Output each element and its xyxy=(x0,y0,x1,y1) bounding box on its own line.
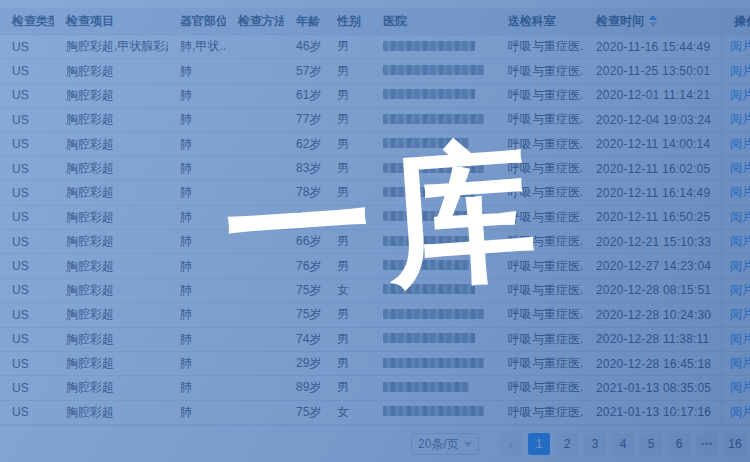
more-pages-icon[interactable]: ••• xyxy=(696,433,718,455)
cell-hospital xyxy=(371,283,496,297)
cell-organ: 肺 xyxy=(168,136,226,153)
view-images-link[interactable]: 阅片 xyxy=(730,184,750,201)
cell-action: 阅片 xyxy=(721,352,750,375)
view-images-link[interactable]: 阅片 xyxy=(730,63,750,80)
study-list-screen: 检查类型 检查项目 器官部位 检查方法 年龄 性别 医院 送检科室 检查时间 操… xyxy=(0,0,750,462)
cell-department: 呼吸与重症医... xyxy=(496,282,584,299)
cell-exam-item: 胸腔彩超 xyxy=(54,379,168,396)
cell-exam-item: 胸腔彩超 xyxy=(54,233,168,250)
cell-exam-time: 2021-01-13 08:35:05 xyxy=(584,381,721,395)
table-row: US 胸腔彩超 肺 77岁 男 呼吸与重症医... 2020-12-04 19:… xyxy=(0,108,750,132)
table-row: US 胸腔彩超 肺 75岁 男 呼吸与重症医... 2020-12-28 10:… xyxy=(0,303,750,327)
cell-action: 阅片 xyxy=(721,84,750,107)
col-header-exam-type: 检查类型 xyxy=(0,13,54,30)
page-size-select[interactable]: 20条/页 xyxy=(411,433,479,455)
cell-action: 阅片 xyxy=(721,230,750,253)
cell-exam-time: 2020-12-01 11:14:21 xyxy=(584,88,721,102)
view-images-link[interactable]: 阅片 xyxy=(730,209,750,226)
sort-caret-down-icon[interactable] xyxy=(649,22,657,27)
cell-organ: 肺 xyxy=(168,111,226,128)
view-images-link[interactable]: 阅片 xyxy=(730,306,750,323)
view-images-link[interactable]: 阅片 xyxy=(730,331,750,348)
cell-action: 阅片 xyxy=(721,376,750,399)
hospital-redacted-bar xyxy=(383,309,484,319)
page-button-last[interactable]: 16 xyxy=(724,433,746,455)
col-header-method: 检查方法 xyxy=(226,13,284,30)
view-images-link[interactable]: 阅片 xyxy=(730,87,750,104)
cell-department: 呼吸与重症医... xyxy=(496,63,584,80)
cell-exam-item: 胸腔彩超 xyxy=(54,331,168,348)
page-button-4[interactable]: 4 xyxy=(612,433,634,455)
view-images-link[interactable]: 阅片 xyxy=(730,233,750,250)
cell-hospital xyxy=(371,357,496,371)
cell-exam-time: 2020-12-11 14:00:14 xyxy=(584,137,721,151)
cell-hospital xyxy=(371,186,496,200)
cell-department: 呼吸与重症医... xyxy=(496,136,584,153)
cell-hospital xyxy=(371,235,496,249)
cell-exam-item: 胸腔彩超 xyxy=(54,209,168,226)
cell-action: 阅片 xyxy=(721,206,750,229)
col-header-organ: 器官部位 xyxy=(168,13,226,30)
cell-exam-item: 胸腔彩超 xyxy=(54,87,168,104)
cell-exam-type: US xyxy=(0,381,54,395)
cell-hospital xyxy=(371,40,496,54)
cell-exam-type: US xyxy=(0,235,54,249)
page-button-6[interactable]: 6 xyxy=(668,433,690,455)
cell-exam-item: 胸腔彩超,甲状腺彩超 xyxy=(54,38,168,55)
table-row: US 胸腔彩超 肺 74岁 男 呼吸与重症医... 2020-12-28 11:… xyxy=(0,328,750,352)
cell-organ: 肺 xyxy=(168,404,226,421)
cell-hospital xyxy=(371,332,496,346)
view-images-link[interactable]: 阅片 xyxy=(730,282,750,299)
cell-gender: 女 xyxy=(325,282,371,299)
cell-age: 89岁 xyxy=(284,379,325,396)
page-button-5[interactable]: 5 xyxy=(640,433,662,455)
chevron-down-icon xyxy=(464,442,472,447)
cell-department: 呼吸与重症医... xyxy=(496,209,584,226)
cell-organ: 肺 xyxy=(168,233,226,250)
cell-department: 呼吸与重症医... xyxy=(496,111,584,128)
view-images-link[interactable]: 阅片 xyxy=(730,136,750,153)
cell-organ: 肺 xyxy=(168,184,226,201)
page-button-3[interactable]: 3 xyxy=(584,433,606,455)
view-images-link[interactable]: 阅片 xyxy=(730,355,750,372)
sort-caret-up-icon[interactable] xyxy=(649,15,657,20)
hospital-redacted-bar xyxy=(383,89,475,99)
cell-hospital xyxy=(371,64,496,78)
cell-age: 75岁 xyxy=(284,404,325,421)
cell-action: 阅片 xyxy=(721,181,750,204)
cell-organ: 肺 xyxy=(168,258,226,275)
view-images-link[interactable]: 阅片 xyxy=(730,38,750,55)
cell-exam-type: US xyxy=(0,162,54,176)
view-images-link[interactable]: 阅片 xyxy=(730,379,750,396)
cell-age: 75岁 xyxy=(284,306,325,323)
cell-action: 阅片 xyxy=(721,35,750,58)
col-header-exam-time-sortable[interactable]: 检查时间 xyxy=(584,13,721,30)
sort-carets[interactable] xyxy=(649,15,657,27)
view-images-link[interactable]: 阅片 xyxy=(730,160,750,177)
cell-exam-type: US xyxy=(0,113,54,127)
col-header-hospital: 医院 xyxy=(371,13,496,30)
cell-department: 呼吸与重症医... xyxy=(496,233,584,250)
view-images-link[interactable]: 阅片 xyxy=(730,258,750,275)
col-header-exam-time-label: 检查时间 xyxy=(596,14,644,28)
cell-organ: 肺 xyxy=(168,282,226,299)
cell-age: 78岁 xyxy=(284,184,325,201)
cell-hospital xyxy=(371,405,496,419)
cell-exam-type: US xyxy=(0,332,54,346)
cell-gender: 男 xyxy=(325,87,371,104)
cell-hospital xyxy=(371,162,496,176)
page-button-1[interactable]: 1 xyxy=(528,433,550,455)
cell-action: 阅片 xyxy=(721,59,750,82)
prev-page-button[interactable]: ‹ xyxy=(500,433,522,455)
cell-gender: 男 xyxy=(325,331,371,348)
page-button-2[interactable]: 2 xyxy=(556,433,578,455)
cell-age: 66岁 xyxy=(284,233,325,250)
cell-gender: 男 xyxy=(325,306,371,323)
cell-exam-type: US xyxy=(0,259,54,273)
page-size-label: 20条/页 xyxy=(418,436,459,453)
cell-organ: 肺 xyxy=(168,355,226,372)
view-images-link[interactable]: 阅片 xyxy=(730,404,750,421)
cell-age: 76岁 xyxy=(284,258,325,275)
table-row: US 胸腔彩超 肺 76岁 女 呼吸与重症医... 2020-12-11 16:… xyxy=(0,206,750,230)
view-images-link[interactable]: 阅片 xyxy=(730,111,750,128)
